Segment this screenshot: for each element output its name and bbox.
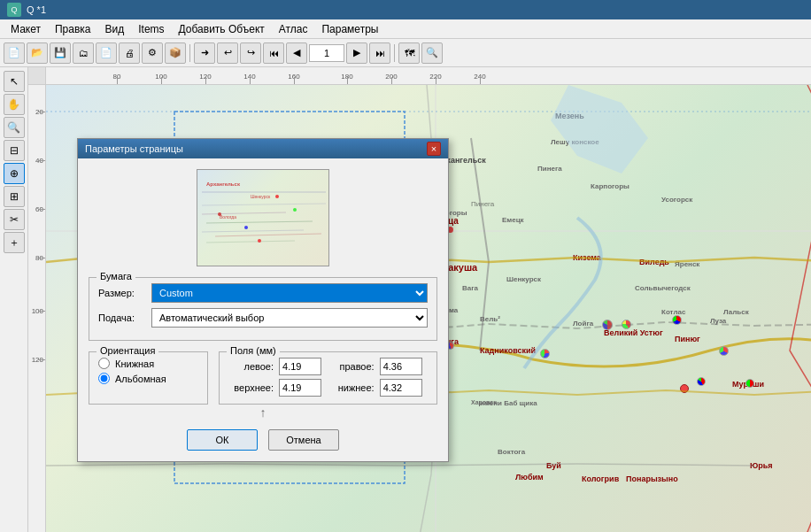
cursor-icon: ↑ <box>260 405 266 420</box>
svg-text:Архангельск: Архангельск <box>206 181 240 187</box>
svg-point-19 <box>258 239 261 243</box>
dialog-close-button[interactable]: × <box>427 142 441 156</box>
right-margin-label: правое: <box>332 361 374 372</box>
svg-point-17 <box>244 226 248 229</box>
margins-grid: левое: правое: верхнее: нижнее: <box>228 358 428 397</box>
left-tools-panel: ↖ ✋ 🔍 ⊟ ⊕ ⊞ ✂ ＋ <box>0 67 28 532</box>
svg-text:Шенкурск: Шенкурск <box>251 194 271 199</box>
svg-line-8 <box>206 221 313 223</box>
menu-add-object[interactable]: Добавить Объект <box>172 21 272 37</box>
bottom-margin-input[interactable] <box>380 379 422 397</box>
portrait-row: Книжная <box>98 358 198 369</box>
svg-line-9 <box>202 230 304 232</box>
preview-box: Архангельск Шенкурск Вологда <box>197 169 329 266</box>
svg-text:Вологда: Вологда <box>220 214 236 220</box>
margins-groupbox: Поля (мм) левое: правое: верхнее: нижнее… <box>219 351 437 405</box>
size-select[interactable]: Custom A4 A3 Letter <box>151 283 428 303</box>
dialog-title-text: Параметры страницы <box>85 143 183 154</box>
tool-crosshair[interactable]: ⊕ <box>4 163 25 184</box>
main-area: ↖ ✋ 🔍 ⊟ ⊕ ⊞ ✂ ＋ 80 100 120 140 160 180 <box>0 67 811 532</box>
toolbar-folder[interactable]: 🗂 <box>73 42 94 64</box>
dialog-content: Архангельск Шенкурск Вологда <box>78 158 448 461</box>
toolbar-new[interactable]: 📄 <box>4 42 25 64</box>
paper-groupbox: Бумага Размер: Custom A4 A3 Letter По <box>89 277 437 341</box>
tool-pan[interactable]: ✋ <box>4 94 25 115</box>
svg-point-15 <box>218 212 221 216</box>
left-margin-input[interactable] <box>279 358 321 375</box>
canvas-area: 80 100 120 140 160 180 200 220 240 <box>28 67 811 532</box>
toolbar-sep2 <box>394 44 395 62</box>
landscape-radio[interactable] <box>98 373 110 384</box>
svg-line-7 <box>202 212 286 214</box>
tool-select[interactable]: ↖ <box>4 71 25 92</box>
toolbar-nav-next[interactable]: ▶ <box>346 42 367 64</box>
tool-zoom-in[interactable]: 🔍 <box>4 117 25 138</box>
toolbar-zoom[interactable]: 🔍 <box>421 42 443 64</box>
dialog-title-bar: Параметры страницы × <box>78 139 448 158</box>
toolbar-export-pdf[interactable]: 📄 <box>96 42 117 64</box>
toolbar-nav-last[interactable]: ⏭ <box>369 42 390 64</box>
feed-select[interactable]: Автоматический выбор <box>151 308 428 328</box>
landscape-label[interactable]: Альбомная <box>115 374 166 384</box>
toolbar-nav-prev[interactable]: ◀ <box>286 42 307 64</box>
svg-point-18 <box>293 208 297 212</box>
dialog-overlay: Параметры страницы × <box>28 67 811 532</box>
orientation-label: Ориентация <box>97 345 158 356</box>
tool-zoom-out[interactable]: ⊟ <box>4 140 25 161</box>
toolbar-sep1 <box>189 44 190 62</box>
paper-section-label: Бумага <box>97 271 135 281</box>
page-number-input[interactable] <box>309 44 344 62</box>
app-title: Q *1 <box>27 4 46 15</box>
tool-cut[interactable]: ✂ <box>4 209 25 230</box>
svg-point-16 <box>275 195 279 198</box>
buttons-row: ОК Отмена <box>89 429 437 451</box>
toolbar-nav-first[interactable]: ⏮ <box>263 42 284 64</box>
top-margin-label: верхнее: <box>228 382 274 393</box>
toolbar-open[interactable]: 📂 <box>27 42 48 64</box>
toolbar-undo[interactable]: ↩ <box>217 42 238 64</box>
ok-button[interactable]: ОК <box>187 429 258 451</box>
toolbar-save[interactable]: 💾 <box>50 42 71 64</box>
feed-row: Подача: Автоматический выбор <box>98 308 428 328</box>
top-margin-input[interactable] <box>279 379 321 397</box>
svg-line-6 <box>202 204 326 205</box>
orientation-groupbox: Ориентация Книжная Альбомная <box>89 351 208 405</box>
toolbar-redo[interactable]: ↪ <box>240 42 261 64</box>
app-icon: Q <box>7 3 21 17</box>
title-bar: Q Q *1 <box>0 0 811 19</box>
svg-line-11 <box>206 241 295 243</box>
size-row: Размер: Custom A4 A3 Letter <box>98 283 428 303</box>
tool-grid[interactable]: ⊞ <box>4 186 25 207</box>
menu-items[interactable]: Items <box>131 21 171 37</box>
cursor-hint: ↑ <box>89 406 437 419</box>
tool-add[interactable]: ＋ <box>4 232 25 253</box>
size-label: Размер: <box>98 288 151 298</box>
portrait-radio[interactable] <box>98 358 110 369</box>
portrait-label[interactable]: Книжная <box>115 359 154 369</box>
bottom-margin-label: нижнее: <box>332 382 374 393</box>
toolbar-map[interactable]: 🗺 <box>398 42 420 64</box>
menu-atlas[interactable]: Атлас <box>272 21 315 37</box>
menu-pravka[interactable]: Правка <box>48 21 98 37</box>
toolbar-arrow-right[interactable]: ➜ <box>194 42 215 64</box>
landscape-row: Альбомная <box>98 373 198 384</box>
menu-params[interactable]: Параметры <box>314 21 385 37</box>
right-margin-input[interactable] <box>380 358 422 375</box>
feed-label: Подача: <box>98 312 151 323</box>
sections-row: Ориентация Книжная Альбомная <box>89 348 437 405</box>
margins-label: Поля (мм) <box>227 345 280 356</box>
toolbar-package[interactable]: 📦 <box>165 42 186 64</box>
menu-vid[interactable]: Вид <box>98 21 132 37</box>
toolbar: 📄 📂 💾 🗂 📄 🖨 ⚙ 📦 ➜ ↩ ↪ ⏮ ◀ ▶ ⏭ 🗺 🔍 <box>0 39 811 67</box>
left-margin-label: левое: <box>228 361 274 372</box>
toolbar-settings[interactable]: ⚙ <box>142 42 163 64</box>
preview-map-lines: Архангельск Шенкурск Вологда <box>197 170 328 266</box>
preview-svg: Архангельск Шенкурск Вологда <box>197 170 328 266</box>
svg-line-10 <box>215 234 321 236</box>
menu-bar: Макет Правка Вид Items Добавить Объект А… <box>0 19 811 39</box>
toolbar-print[interactable]: 🖨 <box>119 42 140 64</box>
cancel-button[interactable]: Отмена <box>268 429 339 451</box>
page-settings-dialog: Параметры страницы × <box>77 138 449 462</box>
menu-maket[interactable]: Макет <box>4 21 48 37</box>
